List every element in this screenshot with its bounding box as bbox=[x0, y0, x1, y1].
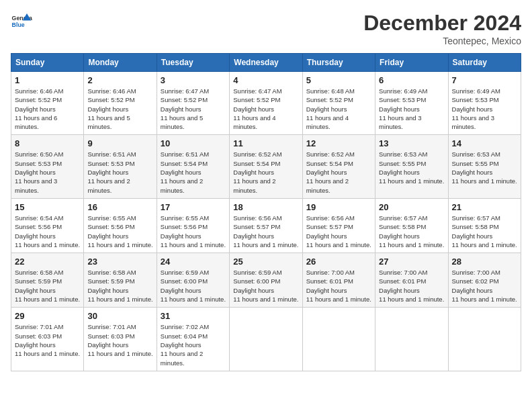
day-cell-5: 5 Sunrise: 6:48 AMSunset: 5:52 PMDayligh… bbox=[302, 72, 375, 135]
day-info-2: Sunrise: 6:46 AMSunset: 5:52 PMDaylight … bbox=[87, 87, 152, 131]
day-info-18: Sunrise: 6:56 AMSunset: 5:57 PMDaylight … bbox=[233, 214, 298, 249]
day-num-17: 17 bbox=[161, 202, 226, 212]
calendar-row: 22 Sunrise: 6:58 AMSunset: 5:59 PMDaylig… bbox=[11, 253, 521, 308]
day-cell-25: 25 Sunrise: 6:59 AMSunset: 6:00 PMDaylig… bbox=[230, 253, 302, 308]
day-num-15: 15 bbox=[15, 202, 80, 212]
day-info-9: Sunrise: 6:51 AMSunset: 5:53 PMDaylight … bbox=[87, 150, 152, 194]
calendar-table: Sunday Monday Tuesday Wednesday Thursday… bbox=[11, 53, 521, 371]
day-cell-2: 2 Sunrise: 6:46 AMSunset: 5:52 PMDayligh… bbox=[84, 72, 157, 135]
day-num-21: 21 bbox=[452, 202, 517, 212]
day-num-26: 26 bbox=[306, 257, 371, 267]
calendar-row: 15 Sunrise: 6:54 AMSunset: 5:56 PMDaylig… bbox=[11, 198, 521, 253]
day-num-22: 22 bbox=[15, 257, 80, 267]
day-cell-20: 20 Sunrise: 6:57 AMSunset: 5:58 PMDaylig… bbox=[375, 198, 448, 253]
header-saturday: Saturday bbox=[448, 54, 521, 72]
day-num-28: 28 bbox=[452, 257, 517, 267]
day-num-9: 9 bbox=[87, 138, 152, 148]
day-cell-29: 29 Sunrise: 7:01 AMSunset: 6:03 PMDaylig… bbox=[11, 308, 84, 371]
day-num-10: 10 bbox=[161, 138, 226, 148]
day-cell-16: 16 Sunrise: 6:55 AMSunset: 5:56 PMDaylig… bbox=[84, 198, 157, 253]
day-info-27: Sunrise: 7:00 AMSunset: 6:01 PMDaylight … bbox=[379, 268, 444, 304]
empty-cell bbox=[448, 308, 521, 371]
day-num-14: 14 bbox=[452, 138, 517, 148]
day-cell-12: 12 Sunrise: 6:52 AMSunset: 5:54 PMDaylig… bbox=[302, 135, 375, 198]
day-cell-17: 17 Sunrise: 6:55 AMSunset: 5:56 PMDaylig… bbox=[157, 198, 229, 253]
day-num-20: 20 bbox=[379, 202, 444, 212]
day-cell-9: 9 Sunrise: 6:51 AMSunset: 5:53 PMDayligh… bbox=[84, 135, 157, 198]
day-cell-28: 28 Sunrise: 7:00 AMSunset: 6:02 PMDaylig… bbox=[448, 253, 521, 308]
day-cell-13: 13 Sunrise: 6:53 AMSunset: 5:55 PMDaylig… bbox=[375, 135, 448, 198]
day-info-31: Sunrise: 7:02 AMSunset: 6:04 PMDaylight … bbox=[161, 322, 226, 367]
day-cell-30: 30 Sunrise: 7:01 AMSunset: 6:03 PMDaylig… bbox=[84, 308, 157, 371]
day-cell-7: 7 Sunrise: 6:49 AMSunset: 5:53 PMDayligh… bbox=[448, 72, 521, 135]
day-num-29: 29 bbox=[15, 311, 80, 321]
day-info-1: Sunrise: 6:46 AMSunset: 5:52 PMDaylight … bbox=[15, 87, 80, 131]
day-info-22: Sunrise: 6:58 AMSunset: 5:59 PMDaylight … bbox=[15, 268, 80, 304]
month-title: December 2024 bbox=[363, 11, 521, 36]
day-num-16: 16 bbox=[87, 202, 152, 212]
day-cell-11: 11 Sunrise: 6:52 AMSunset: 5:54 PMDaylig… bbox=[230, 135, 302, 198]
day-num-13: 13 bbox=[379, 138, 444, 148]
day-info-19: Sunrise: 6:56 AMSunset: 5:57 PMDaylight … bbox=[306, 214, 371, 249]
day-num-11: 11 bbox=[233, 138, 298, 148]
day-num-4: 4 bbox=[233, 75, 298, 85]
page-header: General Blue December 2024 Teontepec, Me… bbox=[11, 11, 521, 46]
day-cell-31: 31 Sunrise: 7:02 AMSunset: 6:04 PMDaylig… bbox=[157, 308, 229, 371]
day-info-26: Sunrise: 7:00 AMSunset: 6:01 PMDaylight … bbox=[306, 268, 371, 304]
day-num-12: 12 bbox=[306, 138, 371, 148]
day-num-8: 8 bbox=[15, 138, 80, 148]
day-cell-27: 27 Sunrise: 7:00 AMSunset: 6:01 PMDaylig… bbox=[375, 253, 448, 308]
day-info-30: Sunrise: 7:01 AMSunset: 6:03 PMDaylight … bbox=[87, 322, 152, 358]
calendar-header-row: Sunday Monday Tuesday Wednesday Thursday… bbox=[11, 54, 521, 72]
logo-icon: General Blue bbox=[11, 11, 32, 32]
day-num-19: 19 bbox=[306, 202, 371, 212]
day-num-31: 31 bbox=[161, 311, 226, 321]
day-num-1: 1 bbox=[15, 75, 80, 85]
day-info-13: Sunrise: 6:53 AMSunset: 5:55 PMDaylight … bbox=[379, 150, 444, 185]
svg-text:Blue: Blue bbox=[12, 21, 25, 28]
day-num-23: 23 bbox=[87, 257, 152, 267]
header-monday: Monday bbox=[84, 54, 157, 72]
day-cell-19: 19 Sunrise: 6:56 AMSunset: 5:57 PMDaylig… bbox=[302, 198, 375, 253]
day-cell-14: 14 Sunrise: 6:53 AMSunset: 5:55 PMDaylig… bbox=[448, 135, 521, 198]
logo: General Blue bbox=[11, 11, 32, 32]
day-cell-4: 4 Sunrise: 6:47 AMSunset: 5:52 PMDayligh… bbox=[230, 72, 302, 135]
day-info-14: Sunrise: 6:53 AMSunset: 5:55 PMDaylight … bbox=[452, 150, 517, 185]
day-num-24: 24 bbox=[161, 257, 226, 267]
day-cell-18: 18 Sunrise: 6:56 AMSunset: 5:57 PMDaylig… bbox=[230, 198, 302, 253]
day-info-11: Sunrise: 6:52 AMSunset: 5:54 PMDaylight … bbox=[233, 150, 298, 194]
header-wednesday: Wednesday bbox=[230, 54, 302, 72]
day-info-15: Sunrise: 6:54 AMSunset: 5:56 PMDaylight … bbox=[15, 214, 80, 249]
day-cell-1: 1 Sunrise: 6:46 AMSunset: 5:52 PMDayligh… bbox=[11, 72, 84, 135]
header-thursday: Thursday bbox=[302, 54, 375, 72]
header-friday: Friday bbox=[375, 54, 448, 72]
day-info-16: Sunrise: 6:55 AMSunset: 5:56 PMDaylight … bbox=[87, 214, 152, 249]
day-cell-8: 8 Sunrise: 6:50 AMSunset: 5:53 PMDayligh… bbox=[11, 135, 84, 198]
day-info-28: Sunrise: 7:00 AMSunset: 6:02 PMDaylight … bbox=[452, 268, 517, 304]
day-info-5: Sunrise: 6:48 AMSunset: 5:52 PMDaylight … bbox=[306, 87, 371, 131]
day-num-7: 7 bbox=[452, 75, 517, 85]
day-info-21: Sunrise: 6:57 AMSunset: 5:58 PMDaylight … bbox=[452, 214, 517, 249]
day-num-3: 3 bbox=[161, 75, 226, 85]
day-num-25: 25 bbox=[233, 257, 298, 267]
day-info-23: Sunrise: 6:58 AMSunset: 5:59 PMDaylight … bbox=[87, 268, 152, 304]
empty-cell bbox=[230, 308, 302, 371]
day-cell-15: 15 Sunrise: 6:54 AMSunset: 5:56 PMDaylig… bbox=[11, 198, 84, 253]
day-info-10: Sunrise: 6:51 AMSunset: 5:54 PMDaylight … bbox=[161, 150, 226, 194]
day-num-18: 18 bbox=[233, 202, 298, 212]
day-info-6: Sunrise: 6:49 AMSunset: 5:53 PMDaylight … bbox=[379, 87, 444, 131]
day-num-2: 2 bbox=[87, 75, 152, 85]
day-info-12: Sunrise: 6:52 AMSunset: 5:54 PMDaylight … bbox=[306, 150, 371, 194]
day-info-17: Sunrise: 6:55 AMSunset: 5:56 PMDaylight … bbox=[161, 214, 226, 249]
calendar-row-1: 1 Sunrise: 6:46 AMSunset: 5:52 PMDayligh… bbox=[11, 72, 521, 135]
day-cell-24: 24 Sunrise: 6:59 AMSunset: 6:00 PMDaylig… bbox=[157, 253, 229, 308]
day-cell-23: 23 Sunrise: 6:58 AMSunset: 5:59 PMDaylig… bbox=[84, 253, 157, 308]
day-info-29: Sunrise: 7:01 AMSunset: 6:03 PMDaylight … bbox=[15, 322, 80, 358]
day-num-30: 30 bbox=[87, 311, 152, 321]
empty-cell bbox=[302, 308, 375, 371]
day-info-7: Sunrise: 6:49 AMSunset: 5:53 PMDaylight … bbox=[452, 87, 517, 131]
day-num-6: 6 bbox=[379, 75, 444, 85]
calendar-row: 8 Sunrise: 6:50 AMSunset: 5:53 PMDayligh… bbox=[11, 135, 521, 198]
day-info-25: Sunrise: 6:59 AMSunset: 6:00 PMDaylight … bbox=[233, 268, 298, 304]
day-cell-26: 26 Sunrise: 7:00 AMSunset: 6:01 PMDaylig… bbox=[302, 253, 375, 308]
